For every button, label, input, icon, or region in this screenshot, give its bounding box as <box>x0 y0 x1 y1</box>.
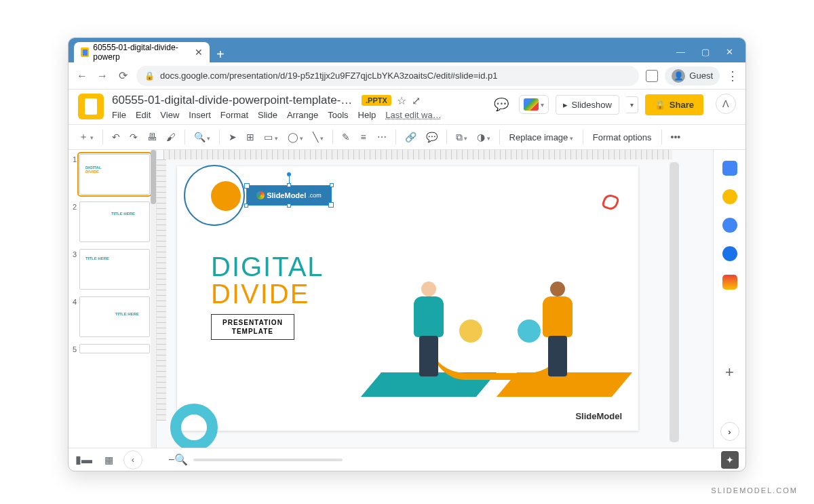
selected-logo-object[interactable]: SlideModel.com <box>246 185 332 206</box>
collapse-header-button[interactable]: ᐱ <box>716 94 736 114</box>
more-toolbar-button[interactable]: ••• <box>667 129 684 145</box>
undo-button[interactable]: ↶ <box>109 129 123 145</box>
format-options-button[interactable]: Format options <box>589 132 656 142</box>
filmstrip-scrollbar[interactable] <box>151 150 156 448</box>
minimize-button[interactable]: — <box>676 47 685 57</box>
menu-file[interactable]: File <box>112 110 126 120</box>
share-button[interactable]: 🔒Share <box>645 94 703 115</box>
comments-button[interactable]: 💬 <box>490 94 512 115</box>
maps-icon[interactable] <box>722 275 737 290</box>
maximize-button[interactable]: ▢ <box>701 47 710 57</box>
address-bar: ← → ⟳ 🔒 docs.google.com/presentation/d/1… <box>69 62 745 90</box>
browser-tab[interactable]: 60555-01-digital-divide-powerp ✕ <box>74 42 210 62</box>
keep-icon[interactable] <box>722 189 737 204</box>
comment-button[interactable]: 💬 <box>423 129 441 145</box>
menu-arrange[interactable]: Arrange <box>287 110 318 120</box>
thumbnail-3[interactable]: TITLE HERE <box>79 249 150 290</box>
back-button[interactable]: ← <box>75 70 89 82</box>
border-color-button[interactable]: ✎ <box>338 129 353 145</box>
slide-title[interactable]: DIGITAL DIVIDE <box>211 253 324 307</box>
tab-strip: 60555-01-digital-divide-powerp ✕ + — ▢ ✕ <box>69 38 745 62</box>
border-dash-button[interactable]: ⋯ <box>374 129 390 145</box>
filmstrip-view-button[interactable]: ▮▬ <box>75 453 92 466</box>
resize-handle[interactable] <box>330 183 334 187</box>
line-tool[interactable]: ╲ <box>309 129 327 145</box>
tasks-icon[interactable] <box>722 218 737 233</box>
slides-app-icon[interactable] <box>78 94 104 119</box>
resize-handle[interactable] <box>244 203 248 208</box>
canvas-scrollbar[interactable] <box>670 162 679 442</box>
print-button[interactable]: 🖶 <box>144 129 160 145</box>
slideshow-dropdown[interactable]: ▾ <box>626 96 638 113</box>
new-slide-button[interactable]: ＋ <box>75 128 97 146</box>
menu-view[interactable]: View <box>160 110 179 120</box>
add-addon-button[interactable]: + <box>725 364 734 381</box>
decorative-circle <box>211 181 241 211</box>
menu-help[interactable]: Help <box>358 110 376 120</box>
bottom-bar: ▮▬ ▦ ‹ −🔍 ✦ <box>69 448 745 471</box>
resize-handle[interactable] <box>287 183 291 187</box>
calendar-icon[interactable] <box>722 161 737 176</box>
new-tab-button[interactable]: + <box>210 47 231 62</box>
watermark: SLIDEMODEL.COM <box>711 486 798 495</box>
thumbnail-1[interactable]: DIGITALDIVIDE <box>79 154 150 195</box>
select-tool[interactable]: ➤ <box>225 129 240 145</box>
profile-button[interactable]: 👤 Guest <box>665 66 720 85</box>
redo-button[interactable]: ↷ <box>126 129 141 145</box>
document-header: 60555-01-digital-divide-powerpoint-templ… <box>69 90 745 124</box>
star-button[interactable]: ☆ <box>397 94 406 107</box>
thumbnail-5[interactable] <box>79 344 150 353</box>
mask-button[interactable]: ◑ <box>473 129 494 145</box>
filmstrip[interactable]: 1 DIGITALDIVIDE 2 TITLE HERE 3 TITLE HER… <box>69 150 157 448</box>
forward-button[interactable]: → <box>96 70 109 82</box>
zoom-out-button[interactable]: −🔍 <box>168 453 188 466</box>
meet-icon <box>524 98 539 111</box>
ruler-horizontal <box>163 150 672 159</box>
last-edit-link[interactable]: Last edit wa… <box>385 110 441 120</box>
resize-handle[interactable] <box>287 203 291 208</box>
slide[interactable]: SlideModel.com DIGITAL DIVIDE PRESENTATI… <box>177 166 638 431</box>
slide-footer[interactable]: SlideModel <box>575 411 622 421</box>
document-title[interactable]: 60555-01-digital-divide-powerpoint-templ… <box>112 94 356 107</box>
paint-format-button[interactable]: 🖌 <box>163 129 179 145</box>
border-weight-button[interactable]: ≡ <box>356 129 371 145</box>
slidemodel-icon <box>256 191 265 199</box>
menu-format[interactable]: Format <box>220 110 248 120</box>
contacts-icon[interactable] <box>722 246 737 261</box>
slide-subtitle[interactable]: PRESENTATION TEMPLATE <box>211 314 294 340</box>
close-window-button[interactable]: ✕ <box>726 47 733 57</box>
tab-close-icon[interactable]: ✕ <box>195 47 203 58</box>
avatar-icon: 👤 <box>672 69 685 83</box>
image-tool[interactable]: ▭ <box>260 129 282 145</box>
hide-sidepanel-button[interactable]: › <box>720 422 739 441</box>
replace-image-button[interactable]: Replace image <box>505 132 577 142</box>
explore-button[interactable]: ✦ <box>721 451 739 469</box>
grid-view-button[interactable]: ▦ <box>104 454 111 465</box>
pptx-badge: .PPTX <box>362 95 391 106</box>
menu-edit[interactable]: Edit <box>136 110 151 120</box>
slideshow-button[interactable]: ▸Slideshow <box>556 95 619 115</box>
menu-slide[interactable]: Slide <box>258 110 277 120</box>
shape-tool[interactable]: ◯ <box>284 129 307 145</box>
move-button[interactable]: ⤢ <box>412 94 421 107</box>
meet-button[interactable]: ▾ <box>519 95 549 114</box>
thumbnail-4[interactable]: TITLE HERE <box>79 296 150 337</box>
menu-tools[interactable]: Tools <box>328 110 348 120</box>
extensions-icon[interactable] <box>646 70 658 82</box>
reload-button[interactable]: ⟳ <box>116 69 130 82</box>
textbox-tool[interactable]: ⊞ <box>243 129 258 145</box>
slide-illustration[interactable] <box>371 220 615 410</box>
canvas[interactable]: SlideModel.com DIGITAL DIVIDE PRESENTATI… <box>157 150 713 448</box>
browser-menu-button[interactable]: ⋮ <box>726 69 739 83</box>
crop-button[interactable]: ⧉ <box>452 129 471 146</box>
lock-icon: 🔒 <box>655 100 665 110</box>
thumbnail-2[interactable]: TITLE HERE <box>79 201 150 242</box>
menu-insert[interactable]: Insert <box>189 110 211 120</box>
url-input[interactable]: 🔒 docs.google.com/presentation/d/19-p5z1… <box>136 66 639 86</box>
window-controls: — ▢ ✕ <box>676 47 740 62</box>
zoom-slider[interactable] <box>193 459 343 461</box>
zoom-button[interactable]: 🔍 <box>191 129 214 145</box>
url-text: docs.google.com/presentation/d/19-p5z1tj… <box>160 71 498 81</box>
link-button[interactable]: 🔗 <box>402 129 420 145</box>
collapse-filmstrip-button[interactable]: ‹ <box>123 450 142 469</box>
